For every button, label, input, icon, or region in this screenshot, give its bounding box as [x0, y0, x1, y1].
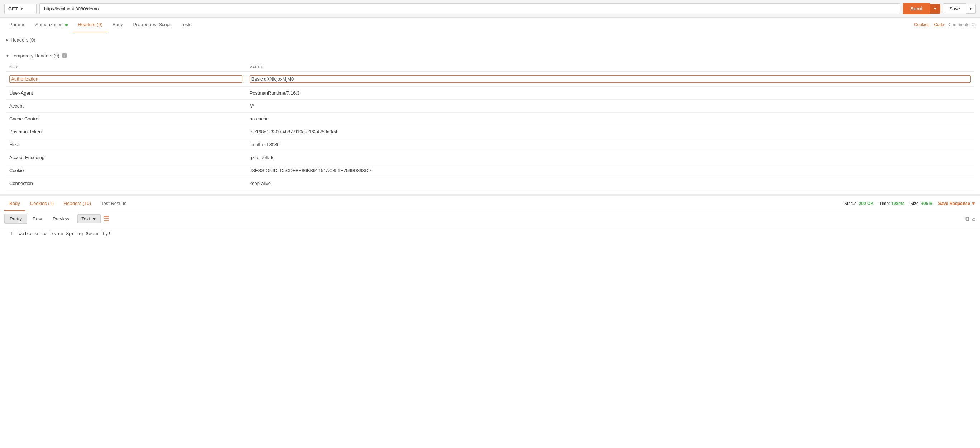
tab-headers[interactable]: Headers (9)	[73, 18, 107, 32]
headers-section: ▶ Headers (0)	[0, 32, 980, 48]
response-tab-test-results[interactable]: Test Results	[96, 196, 132, 211]
code-line-1: Welcome to learn Spring Security!	[19, 231, 111, 236]
time-value: 198ms	[891, 201, 904, 206]
save-button[interactable]: Save	[943, 3, 966, 14]
table-row-value-7: JSESSIONID=D5CDFBE86BB91151AC856E7599D89…	[246, 164, 974, 177]
response-status-bar: Status: 200 OK Time: 198ms Size: 406 B S…	[844, 198, 976, 209]
temp-headers-section: ▼ Temporary Headers (9) i KEY VALUE Auth…	[0, 48, 980, 193]
code-area: 1 Welcome to learn Spring Security!	[0, 227, 980, 241]
wrap-button[interactable]: ☰	[103, 215, 109, 223]
tab-params[interactable]: Params	[4, 18, 30, 32]
col-key-header: KEY	[6, 63, 246, 72]
table-row-value-6: gzip, deflate	[246, 151, 974, 164]
status-label: Status: 200 OK	[844, 201, 873, 206]
headers-section-title: Headers (0)	[11, 37, 35, 43]
response-tab-headers[interactable]: Headers (10)	[59, 196, 96, 211]
size-value: 406 B	[921, 201, 932, 206]
text-chevron-icon: ▼	[92, 216, 97, 222]
copy-icon[interactable]: ⧉	[965, 216, 969, 222]
section-divider	[0, 193, 980, 196]
table-row-key-1: User-Agent	[6, 87, 246, 100]
search-icon[interactable]: ⌕	[972, 216, 976, 222]
table-row-key-3: Cache-Control	[6, 113, 246, 126]
table-row-key-4: Postman-Token	[6, 126, 246, 138]
temp-headers-title: Temporary Headers (9)	[11, 53, 59, 58]
table-row-value-0: Basic dXNlcjoxMjM0	[246, 72, 974, 87]
text-format-select[interactable]: Text ▼	[77, 214, 101, 223]
info-icon[interactable]: i	[62, 53, 67, 58]
response-tab-body[interactable]: Body	[4, 196, 25, 211]
code-link[interactable]: Code	[934, 22, 944, 27]
save-response-dropdown-icon: ▼	[971, 201, 976, 206]
format-tab-pretty[interactable]: Pretty	[4, 214, 27, 224]
table-row-value-5: localhost:8080	[246, 138, 974, 151]
format-right-actions: ⧉ ⌕	[965, 216, 976, 222]
save-dropdown-button[interactable]: ▼	[966, 4, 976, 14]
method-label: GET	[8, 6, 18, 11]
line-number-1: 1	[6, 231, 13, 236]
comments-link[interactable]: Comments (0)	[948, 22, 976, 27]
table-row-key-6: Accept-Encoding	[6, 151, 246, 164]
headers-table: KEY VALUE AuthorizationBasic dXNlcjoxMjM…	[6, 63, 974, 190]
request-tabs: Params Authorization Headers (9) Body Pr…	[0, 18, 980, 32]
tab-body[interactable]: Body	[107, 18, 128, 32]
headers-collapsed-toggle[interactable]: ▶ Headers (0)	[6, 36, 974, 44]
save-response-button[interactable]: Save Response ▼	[938, 201, 976, 206]
collapse-icon: ▼	[6, 54, 9, 58]
size-label: Size: 406 B	[910, 201, 932, 206]
tab-tests[interactable]: Tests	[175, 18, 196, 32]
format-tab-preview[interactable]: Preview	[47, 214, 75, 224]
table-row-value-8: keep-alive	[246, 177, 974, 190]
temp-headers-toggle[interactable]: ▼ Temporary Headers (9) i	[6, 51, 974, 60]
table-row-value-4: fee168e1-3300-4b87-910d-e1624253a9e4	[246, 126, 974, 138]
authorization-dot	[65, 24, 68, 26]
table-row-value-3: no-cache	[246, 113, 974, 126]
send-dropdown-button[interactable]: ▼	[930, 4, 940, 14]
send-button[interactable]: Send	[903, 3, 929, 14]
table-row-key-8: Connection	[6, 177, 246, 190]
cookies-link[interactable]: Cookies	[914, 22, 929, 27]
table-row-key-0: Authorization	[6, 72, 246, 87]
response-bar: Body Cookies (1) Headers (10) Test Resul…	[0, 196, 980, 211]
table-row-key-7: Cookie	[6, 164, 246, 177]
format-bar: Pretty Raw Preview Text ▼ ☰ ⧉ ⌕	[0, 211, 980, 227]
expand-icon: ▶	[6, 38, 9, 42]
time-label: Time: 198ms	[879, 201, 904, 206]
tab-authorization[interactable]: Authorization	[30, 18, 73, 32]
top-bar: GET ▼ Send ▼ Save ▼	[0, 0, 980, 18]
tab-pre-request-script[interactable]: Pre-request Script	[128, 18, 176, 32]
response-tab-cookies[interactable]: Cookies (1)	[25, 196, 59, 211]
status-value: 200 OK	[859, 201, 873, 206]
right-actions: Cookies Code Comments (0)	[914, 22, 976, 27]
url-input[interactable]	[40, 3, 900, 14]
table-row-key-5: Host	[6, 138, 246, 151]
method-select[interactable]: GET ▼	[4, 3, 37, 14]
method-chevron-icon: ▼	[20, 7, 24, 11]
table-row-value-2: */*	[246, 100, 974, 113]
col-value-header: VALUE	[246, 63, 974, 72]
table-row-key-2: Accept	[6, 100, 246, 113]
format-tab-raw[interactable]: Raw	[27, 214, 47, 224]
table-row-value-1: PostmanRuntime/7.16.3	[246, 87, 974, 100]
